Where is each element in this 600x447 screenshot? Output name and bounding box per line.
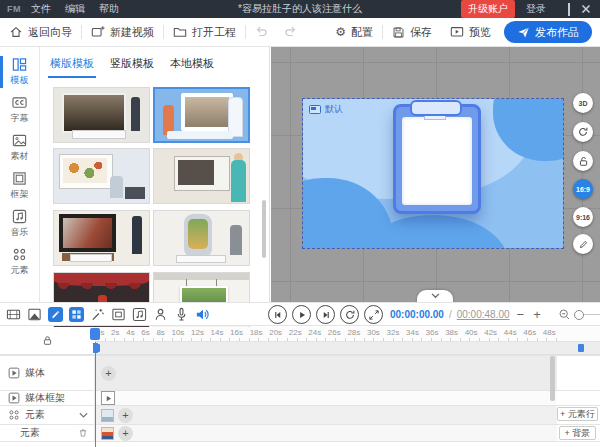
sidebar-item-elements[interactable]: 元素	[0, 245, 39, 279]
menu-edit[interactable]: 编辑	[65, 2, 85, 16]
ruler-tick: 14s	[211, 328, 224, 341]
sidebar-item-music[interactable]: 音乐	[0, 207, 39, 241]
maximize-button[interactable]	[568, 4, 570, 15]
redo-button[interactable]	[284, 25, 298, 39]
sidebar-item-frame[interactable]: 框架	[0, 169, 39, 203]
lock-button[interactable]	[573, 151, 593, 171]
prev-frame-button[interactable]	[268, 305, 287, 324]
zoom-out-time-button[interactable]: −	[515, 308, 527, 321]
sidebar-item-subtitle[interactable]: 字幕	[0, 93, 39, 127]
template-thumbnail[interactable]	[53, 210, 150, 266]
panel-scrollbar[interactable]	[262, 200, 266, 258]
close-button[interactable]	[581, 4, 591, 14]
subtitle-tool-icon[interactable]	[48, 307, 63, 322]
lock-icon[interactable]	[42, 335, 53, 346]
time-separator: /	[449, 309, 452, 320]
collapse-track-button[interactable]	[79, 411, 88, 420]
publish-button[interactable]: 发布作品	[504, 21, 592, 43]
menu-file[interactable]: 文件	[31, 2, 51, 16]
fullscreen-button[interactable]	[364, 305, 383, 324]
config-button[interactable]: ⚙ 配置	[335, 25, 373, 40]
paper-plane-icon	[517, 26, 530, 39]
frame-tool-icon[interactable]	[111, 307, 126, 322]
track-elements-lane[interactable]: +	[95, 406, 557, 424]
magnifier-minus-icon[interactable]	[558, 308, 571, 321]
track-media-lane[interactable]: +	[95, 356, 557, 390]
add-element-row-button[interactable]: + 元素行	[557, 407, 598, 421]
replay-button[interactable]	[340, 305, 359, 324]
add-media-button[interactable]: +	[101, 366, 116, 381]
template-thumbnail[interactable]	[153, 148, 250, 204]
total-time: 00:00:48.00	[457, 309, 510, 320]
preview-icon	[450, 25, 464, 39]
scene-name: 默认	[325, 103, 343, 116]
undo-button[interactable]	[254, 25, 268, 39]
preview-button[interactable]: 预览	[450, 25, 491, 40]
edit-button[interactable]	[573, 234, 593, 254]
save-button[interactable]: 保存	[392, 25, 432, 40]
track-element-sub-header[interactable]: 元素	[0, 425, 95, 441]
play-button[interactable]	[292, 305, 311, 324]
menu-help[interactable]: 帮助	[99, 2, 119, 16]
track-media-frame-lane[interactable]	[95, 391, 557, 405]
element-clip-thumbnail[interactable]	[101, 409, 114, 422]
speaker-icon[interactable]	[195, 307, 210, 322]
magic-wand-icon[interactable]	[90, 307, 105, 322]
zoom-slider-handle[interactable]	[574, 310, 584, 320]
add-element-button[interactable]: +	[118, 426, 133, 441]
slide-selected[interactable]: 默认	[303, 99, 563, 248]
image-icon[interactable]	[27, 307, 42, 322]
toolbar-separator	[81, 25, 82, 39]
next-frame-button[interactable]	[316, 305, 335, 324]
3d-label: 3D	[579, 100, 588, 107]
upgrade-account-button[interactable]: 升级账户	[461, 0, 515, 18]
zoom-slider-track[interactable]	[574, 314, 600, 315]
element-clip-thumbnail[interactable]	[101, 427, 114, 440]
ruler-tick: 24s	[308, 328, 321, 341]
new-video-button[interactable]: 新建视频	[91, 25, 154, 40]
template-thumbnail[interactable]	[153, 210, 250, 266]
ratio-9-16-button[interactable]: 9:16	[573, 207, 593, 227]
playhead-handle[interactable]	[90, 328, 100, 340]
collapse-panel-tab[interactable]	[417, 290, 453, 302]
template-thumbnail-selected[interactable]	[153, 87, 250, 143]
template-tabs: 横版模板 竖版模板 本地模板	[41, 47, 269, 78]
tab-vertical-templates[interactable]: 竖版模板	[110, 56, 154, 78]
track-elements-header[interactable]: 元素	[0, 406, 95, 424]
back-wizard-button[interactable]: 返回向导	[9, 25, 72, 40]
sidebar-item-material[interactable]: 素材	[0, 131, 39, 165]
track-media-header[interactable]: 媒体	[0, 356, 95, 390]
open-project-button[interactable]: 打开工程	[173, 25, 236, 40]
media-frame-clip[interactable]	[101, 391, 115, 405]
sidebar-item-template[interactable]: 模板	[0, 55, 39, 89]
clipboard-graphic[interactable]	[393, 104, 481, 214]
range-handle-right[interactable]	[578, 344, 584, 352]
add-element-button[interactable]: +	[118, 408, 133, 423]
elements-icon	[12, 247, 27, 262]
playhead-grip[interactable]	[93, 343, 98, 353]
tab-local-templates[interactable]: 本地模板	[170, 56, 214, 78]
music-tool-icon[interactable]	[132, 307, 147, 322]
track-element-sub-lane[interactable]: +	[95, 425, 557, 441]
timeline-vertical-scrollbar[interactable]	[550, 356, 555, 401]
microphone-icon[interactable]	[174, 307, 189, 322]
delete-track-button[interactable]	[78, 428, 88, 438]
preview-label: 预览	[469, 25, 491, 40]
character-icon[interactable]	[153, 307, 168, 322]
media-icon[interactable]	[6, 307, 21, 322]
template-thumbnail[interactable]	[53, 87, 150, 143]
ratio-16-9-button[interactable]: 16:9	[573, 179, 593, 199]
ruler-tick: 20s	[269, 328, 282, 341]
tab-horizontal-templates[interactable]: 横版模板	[50, 56, 94, 78]
track-media-frame-header[interactable]: 媒体框架	[0, 391, 95, 405]
rotate-button[interactable]	[573, 122, 593, 142]
zoom-in-time-button[interactable]: +	[531, 308, 543, 321]
thumbnail-art	[54, 149, 149, 203]
template-thumbnail[interactable]	[53, 148, 150, 204]
login-button[interactable]: 登录	[526, 2, 546, 16]
playhead-line	[95, 342, 96, 447]
effect-grid-icon[interactable]	[69, 307, 84, 322]
chevron-down-icon	[79, 411, 88, 420]
add-background-button[interactable]: + 背景	[559, 426, 596, 440]
3d-button[interactable]: 3D	[573, 93, 593, 113]
